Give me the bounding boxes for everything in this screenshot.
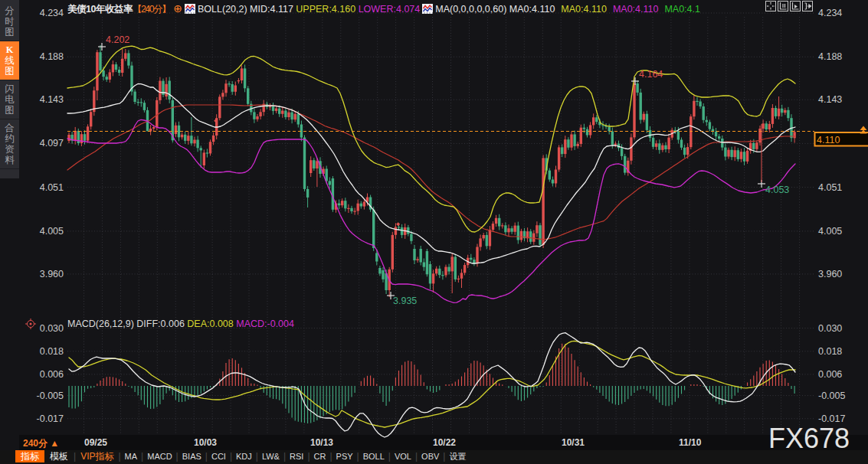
svg-text:MACD(26,12,9) DIFF:0.006 DEA:0: MACD(26,12,9) DIFF:0.006 DEA:0.008 MACD:… bbox=[67, 319, 294, 329]
svg-text:0.006: 0.006 bbox=[818, 369, 842, 380]
svg-text:4.188: 4.188 bbox=[818, 51, 842, 62]
svg-text:4.051: 4.051 bbox=[818, 182, 842, 193]
svg-text:0.018: 0.018 bbox=[818, 346, 842, 357]
svg-text:-0.005: -0.005 bbox=[818, 390, 845, 401]
svg-text:4.110: 4.110 bbox=[817, 135, 840, 145]
svg-text:-0.017: -0.017 bbox=[37, 413, 64, 424]
svg-text:3.960: 3.960 bbox=[40, 269, 64, 279]
svg-text:4.234: 4.234 bbox=[40, 8, 64, 18]
svg-text:0.030: 0.030 bbox=[40, 323, 64, 334]
svg-text:3.960: 3.960 bbox=[818, 269, 842, 279]
svg-text:4.051: 4.051 bbox=[40, 182, 64, 193]
svg-text:-0.005: -0.005 bbox=[37, 390, 64, 401]
svg-text:0.030: 0.030 bbox=[818, 323, 842, 334]
svg-text:0.018: 0.018 bbox=[40, 346, 64, 357]
svg-text:4.143: 4.143 bbox=[818, 94, 842, 105]
svg-text:0.006: 0.006 bbox=[40, 369, 64, 380]
svg-text:4.202: 4.202 bbox=[106, 34, 129, 45]
svg-text:4.188: 4.188 bbox=[40, 51, 64, 62]
svg-text:3.935: 3.935 bbox=[393, 296, 417, 306]
svg-text:4.164: 4.164 bbox=[639, 69, 663, 80]
svg-text:4.234: 4.234 bbox=[818, 8, 842, 18]
svg-text:4.005: 4.005 bbox=[818, 226, 842, 237]
svg-text:4.005: 4.005 bbox=[40, 226, 64, 237]
svg-text:4.053: 4.053 bbox=[765, 185, 789, 195]
svg-text:4.097: 4.097 bbox=[40, 138, 64, 149]
svg-text:4.143: 4.143 bbox=[40, 94, 64, 105]
